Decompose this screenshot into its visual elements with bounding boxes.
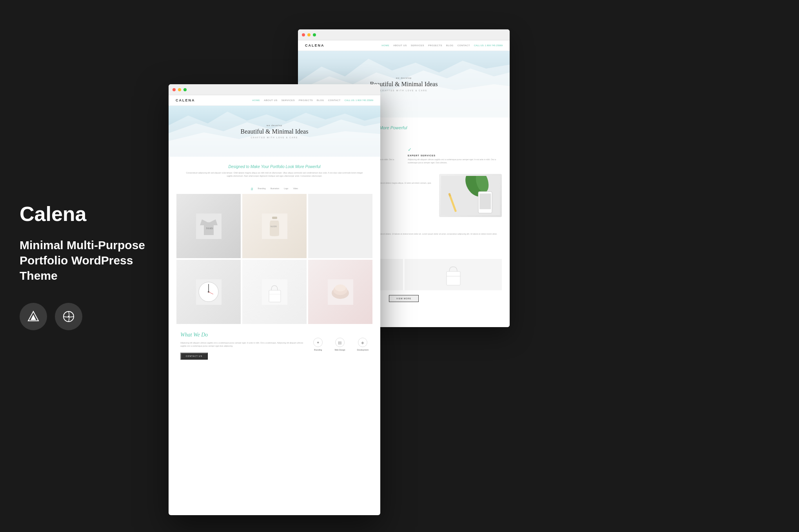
what-services-icons: ✦ Branding ▤ Web Design ◈ Development <box>313 338 369 360</box>
svg-rect-9 <box>479 194 491 209</box>
back-view-more-button[interactable]: VIEW MORE <box>389 295 419 302</box>
bottle-image: NUORI <box>242 194 307 258</box>
portfolio-item-clock[interactable] <box>176 260 241 324</box>
portfolio-item-bottle[interactable]: NUORI <box>242 194 307 258</box>
back-strategy-image <box>439 174 502 217</box>
back-header: CALENA HOME ABOUT US SERVICES PROJECTS B… <box>298 40 510 51</box>
portfolio-item-device[interactable] <box>308 260 372 324</box>
front-header: CALENA HOME ABOUT US SERVICES PROJECTS B… <box>169 95 380 106</box>
svg-rect-18 <box>447 271 460 285</box>
svg-text:treats: treats <box>206 227 213 230</box>
back-expert-text: Adipiscing elit aliquam ultrices sagitti… <box>408 158 502 164</box>
what-icon-development: ◈ Development <box>357 338 369 360</box>
bag-image <box>242 260 307 324</box>
tf-icon <box>20 303 47 330</box>
front-portfolio-grid: treats NUORI <box>169 194 380 324</box>
front-tab-logo[interactable]: Logo <box>284 187 288 190</box>
back-hero-small: we develop <box>370 77 438 79</box>
branding-icon: ✦ <box>313 338 323 347</box>
wp-icon <box>55 303 82 330</box>
front-nav-cta: CALL US: 1 800 745 25589 <box>345 99 373 101</box>
front-nav-about[interactable]: ABOUT US <box>264 99 278 101</box>
dot-green-front <box>183 88 187 91</box>
svg-rect-32 <box>269 290 281 302</box>
dot-yellow-back <box>307 33 311 36</box>
back-nav: HOME ABOUT US SERVICES PROJECTS BLOG CON… <box>381 44 503 47</box>
portfolio-item-tshirt[interactable]: treats <box>176 194 241 258</box>
front-what-highlight: We Do <box>193 332 208 338</box>
front-logo: CALENA <box>176 98 195 102</box>
dot-red-back <box>302 33 305 36</box>
front-nav-contact[interactable]: CONTACT <box>328 99 341 101</box>
what-icon-webdesign: ▤ Web Design <box>334 338 345 360</box>
dot-yellow-front <box>178 88 181 91</box>
back-service-expert: ✓ EXPERT SERVICES Adipiscing elit aliqua… <box>408 147 502 164</box>
front-tab-illustration[interactable]: Illustration <box>270 187 279 190</box>
front-what-content: Adipiscing elit aliquam ultrices sagitti… <box>180 341 305 347</box>
brand-description: Minimal Multi-Purpose Portfolio WordPres… <box>20 237 145 283</box>
what-content: What We Do Adipiscing elit aliquam ultri… <box>180 332 369 360</box>
icon-badges <box>20 303 145 330</box>
front-what-text: What <box>180 332 192 338</box>
front-what-section: What We Do Adipiscing elit aliquam ultri… <box>169 324 380 366</box>
back-portfolio-highlight: Powerful <box>390 125 407 130</box>
device-image <box>308 260 372 324</box>
back-featured-bag <box>405 259 502 290</box>
front-nav: HOME ABOUT US SERVICES PROJECTS BLOG CON… <box>252 99 373 101</box>
front-designed: Designed to Make Your Portfolio Look Mor… <box>169 157 380 183</box>
svg-point-37 <box>335 284 346 291</box>
front-designed-text: Designed to Make Your Portfolio Look Mor… <box>229 165 304 169</box>
front-hero-small: we develop <box>241 124 309 127</box>
back-nav-cta: CALL US: 1 800 745 25589 <box>474 44 503 47</box>
front-hero-big: Beautiful & Minimal Ideas <box>241 128 309 135</box>
front-what-title: What We Do <box>180 332 305 338</box>
clock-image <box>176 260 241 324</box>
front-filter-tabs: All Branding Illustration Logo Video <box>169 183 380 194</box>
front-contact-button[interactable]: CONTACT US <box>180 353 208 360</box>
back-expert-title: EXPERT SERVICES <box>408 154 502 157</box>
back-nav-services[interactable]: SERVICES <box>411 44 424 47</box>
back-nav-projects[interactable]: PROJECTS <box>428 44 442 47</box>
development-label: Development <box>357 349 369 351</box>
back-logo: CALENA <box>305 43 325 47</box>
front-hero-text: we develop Beautiful & Minimal Ideas CRA… <box>241 124 309 139</box>
what-icon-branding: ✦ Branding <box>313 338 323 360</box>
svg-text:NUORI: NUORI <box>271 225 277 228</box>
left-panel: Calena Minimal Multi-Purpose Portfolio W… <box>0 0 165 532</box>
front-hero-sub: CRAFTED WITH LOVE & CARE <box>241 136 309 139</box>
brand-title: Calena <box>20 202 145 226</box>
front-nav-home[interactable]: HOME <box>252 99 260 101</box>
dot-green-back <box>313 33 316 36</box>
tshirt-image: treats <box>176 194 241 258</box>
branding-label: Branding <box>314 349 322 351</box>
development-icon: ◈ <box>358 338 367 347</box>
webdesign-label: Web Design <box>334 349 345 351</box>
browser-front: CALENA HOME ABOUT US SERVICES PROJECTS B… <box>169 84 380 515</box>
back-nav-about[interactable]: ABOUT US <box>393 44 407 47</box>
back-nav-contact[interactable]: CONTACT <box>458 44 470 47</box>
what-text-side: What We Do Adipiscing elit aliquam ultri… <box>180 332 305 360</box>
portfolio-item-bag[interactable] <box>242 260 307 324</box>
front-tab-all[interactable]: All <box>251 187 253 190</box>
portfolio-item-empty[interactable] <box>308 194 372 258</box>
front-tab-video[interactable]: Video <box>293 187 298 190</box>
back-expert-icon: ✓ <box>408 147 502 153</box>
browser-bar-back <box>298 29 510 40</box>
svg-rect-24 <box>272 217 277 219</box>
empty-item <box>308 194 372 258</box>
dot-red-front <box>173 88 176 91</box>
front-nav-projects[interactable]: PROJECTS <box>299 99 313 101</box>
front-designed-content: Consectetuer adipiscing elit sed aliquam… <box>184 171 365 177</box>
back-nav-blog[interactable]: BLOG <box>446 44 454 47</box>
front-designed-highlight: Powerful <box>305 165 321 169</box>
front-tab-branding[interactable]: Branding <box>258 187 265 190</box>
front-hero: we develop Beautiful & Minimal Ideas CRA… <box>169 106 380 157</box>
back-nav-home[interactable]: HOME <box>381 44 389 47</box>
front-designed-title: Designed to Make Your Portfolio Look Mor… <box>184 165 365 169</box>
front-nav-blog[interactable]: BLOG <box>317 99 324 101</box>
browser-bar-front <box>169 84 380 95</box>
webdesign-icon: ▤ <box>335 338 345 347</box>
front-nav-services[interactable]: SERVICES <box>281 99 295 101</box>
